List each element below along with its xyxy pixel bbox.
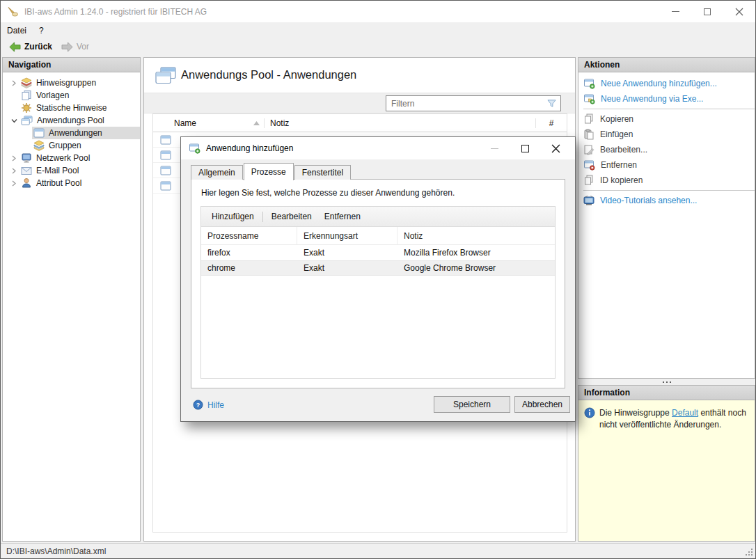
copy-icon [583, 113, 594, 125]
action-new-application-via-exe[interactable]: Neue Anwendung via Exe... [578, 91, 755, 107]
action-label: Neue Anwendung via Exe... [601, 94, 703, 104]
dialog-close-button[interactable] [540, 137, 571, 159]
window-plus-icon [583, 78, 595, 89]
envelope-icon [21, 166, 32, 175]
dialog-tabs: Allgemein Prozesse Fenstertitel [191, 162, 352, 180]
action-label: ID kopieren [600, 175, 643, 185]
action-remove[interactable]: Entfernen [578, 157, 755, 173]
windows-icon [21, 116, 33, 126]
column-header-prozessname[interactable]: Prozessname [201, 227, 297, 244]
cell-notiz: Mozilla Firefox Browser [397, 248, 555, 258]
chevron-down-icon[interactable] [8, 118, 19, 124]
status-bar: D:\IBI-aws\Admin\Data.xml [1, 543, 755, 558]
default-group-link[interactable]: Default [672, 408, 698, 418]
filter-funnel-icon [546, 99, 557, 110]
add-application-dialog: Anwendung hinzufügen Allgemein Prozesse … [180, 136, 576, 422]
help-link[interactable]: ? Hilfe [193, 400, 224, 410]
tree-label: Attribut Pool [36, 178, 81, 188]
dialog-minimize-button[interactable] [479, 137, 510, 159]
action-copy[interactable]: Kopieren [578, 111, 755, 127]
tree-item-vorlagen[interactable]: Vorlagen [3, 89, 140, 102]
menu-help[interactable]: ? [33, 24, 50, 38]
close-icon [551, 144, 560, 153]
column-header-name[interactable]: Name [174, 118, 265, 128]
tree-item-gruppen[interactable]: Gruppen [3, 139, 140, 152]
cell-prozessname: firefox [201, 248, 297, 258]
tree-item-attribut-pool[interactable]: Attribut Pool [3, 177, 140, 189]
minimize-button[interactable] [659, 1, 691, 22]
process-row-firefox[interactable]: firefox Exakt Mozilla Firefox Browser [201, 245, 555, 260]
menu-bar: Datei ? [1, 22, 755, 38]
dialog-maximize-button[interactable] [510, 137, 540, 159]
filter-input[interactable] [386, 95, 561, 111]
column-header-erkennungsart[interactable]: Erkennungsart [297, 227, 397, 244]
layers-icon [21, 77, 32, 88]
app-icon [7, 6, 19, 17]
tree-item-hinweisgruppen[interactable]: Hinweisgruppen [3, 77, 140, 89]
actions-panel: Aktionen Neue Anwendung hinzufügen... Ne… [578, 57, 755, 379]
group-layers-icon [33, 140, 45, 151]
column-header-notiz[interactable]: Notiz [397, 231, 555, 241]
menu-datei[interactable]: Datei [1, 24, 33, 38]
pages-icon [21, 90, 32, 101]
process-list: Hinzufügen Bearbeiten Entfernen Prozessn… [200, 206, 556, 379]
tree-item-email-pool[interactable]: E-Mail Pool [3, 164, 140, 177]
column-notiz-label: Notiz [270, 118, 289, 128]
tree-label: Vorlagen [36, 90, 69, 100]
actions-separator [583, 109, 755, 109]
column-count-label: # [549, 118, 554, 128]
tree-label: Netzwerk Pool [36, 153, 90, 163]
tab-prozesse[interactable]: Prozesse [244, 163, 294, 180]
tab-fenstertitel[interactable]: Fenstertitel [294, 165, 351, 180]
tree-item-anwendungen[interactable]: Anwendungen [3, 127, 140, 139]
tree-item-netzwerk-pool[interactable]: Netzwerk Pool [3, 152, 140, 164]
dialog-tab-content: Hier legen Sie fest, welche Prozesse zu … [191, 179, 565, 388]
window-icon [160, 135, 171, 145]
chevron-right-icon[interactable] [8, 155, 19, 162]
window-icon [160, 150, 171, 160]
status-path: D:\IBI-aws\Admin\Data.xml [6, 546, 106, 556]
action-label: Bearbeiten... [600, 145, 647, 155]
maximize-button[interactable] [691, 1, 723, 22]
person-icon [21, 178, 32, 189]
edit-icon [583, 144, 594, 155]
save-button[interactable]: Speichern [434, 396, 510, 413]
tree-label: Statische Hinweise [36, 103, 107, 113]
dialog-title-bar: Anwendung hinzufügen [181, 137, 575, 159]
action-video-tutorials[interactable]: Video-Tutorials ansehen... [578, 193, 755, 208]
window-exe-plus-icon [583, 93, 595, 104]
tree-label: Hinweisgruppen [36, 78, 96, 88]
column-name-label: Name [174, 118, 196, 128]
forward-arrow-icon [61, 42, 74, 52]
back-button[interactable]: Zurück [4, 39, 56, 54]
action-copy-id[interactable]: ID kopieren [578, 173, 755, 188]
chevron-right-icon[interactable] [8, 80, 19, 86]
action-edit[interactable]: Bearbeiten... [578, 142, 755, 157]
window-icon [160, 181, 171, 191]
action-paste[interactable]: Einfügen [578, 127, 755, 142]
column-header-notiz[interactable]: Notiz [265, 118, 535, 128]
dialog-title: Anwendung hinzufügen [206, 143, 293, 153]
close-button[interactable] [723, 1, 755, 22]
tree-item-statische-hinweise[interactable]: Statische Hinweise [3, 102, 140, 114]
forward-button[interactable]: Vor [56, 39, 93, 54]
sort-ascending-icon [253, 121, 260, 125]
action-new-application[interactable]: Neue Anwendung hinzufügen... [578, 76, 755, 91]
cell-prozessname: chrome [201, 263, 297, 273]
process-remove-button[interactable]: Entfernen [318, 210, 367, 223]
chevron-right-icon[interactable] [8, 180, 19, 187]
tab-allgemein[interactable]: Allgemein [191, 165, 243, 180]
process-row-chrome[interactable]: chrome Exakt Google Chrome Browser [201, 260, 555, 276]
panel-splitter[interactable] [578, 379, 755, 385]
resize-grip[interactable] [745, 548, 754, 557]
page-title-icon [155, 66, 177, 88]
column-header-count[interactable]: # [535, 118, 567, 128]
process-edit-button[interactable]: Bearbeiten [265, 210, 318, 223]
cancel-button[interactable]: Abbrechen [514, 396, 570, 413]
process-add-button[interactable]: Hinzufügen [205, 210, 260, 223]
tree-item-anwendungs-pool[interactable]: Anwendungs Pool [3, 114, 140, 127]
back-label: Zurück [24, 42, 52, 52]
tree-label: Gruppen [49, 141, 81, 150]
chevron-right-icon[interactable] [8, 168, 19, 174]
info-text-before: Die Hinweisgruppe [599, 408, 672, 418]
